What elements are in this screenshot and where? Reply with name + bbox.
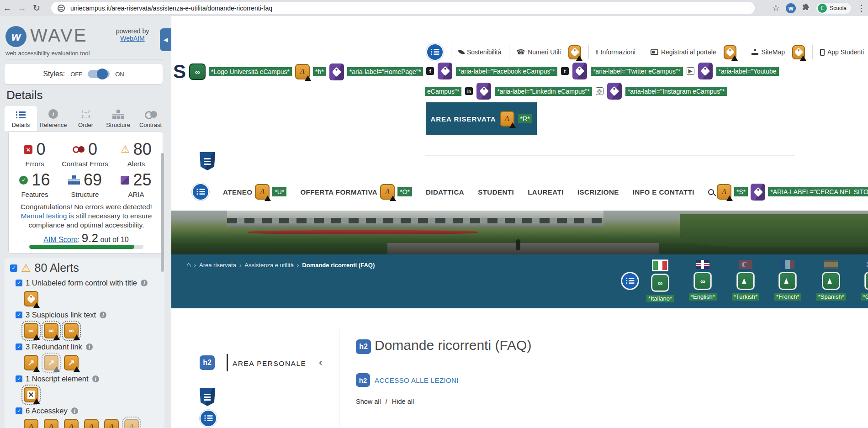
nav-item-laureati[interactable]: LAUREATI	[528, 188, 564, 196]
redundant-link-icon[interactable]: ↗	[24, 355, 38, 370]
collapse-menu-icon[interactable]: ‹	[319, 357, 322, 369]
breadcrumb-assistenza[interactable]: Assistenza e utilità	[244, 262, 294, 269]
link-alert-icon[interactable]: ∞	[44, 323, 58, 338]
accesskey-marker-icon[interactable]	[724, 45, 736, 59]
aria-label-icon[interactable]	[572, 63, 587, 79]
alerts-master-checkbox[interactable]: ✓	[10, 264, 17, 272]
nav-item-studenti[interactable]: STUDENTI	[478, 188, 514, 196]
accesskey-marker-icon[interactable]: A	[380, 184, 395, 200]
search-icon[interactable]	[708, 189, 714, 195]
instagram-icon[interactable]: ◎	[596, 87, 603, 95]
nav-item-info-e-contatti[interactable]: INFO E CONTATTI	[633, 188, 694, 196]
styles-toggle[interactable]	[88, 70, 110, 78]
area-personale-menu[interactable]: AREA PERSONALE	[233, 359, 306, 368]
accesskey-marker-icon[interactable]	[568, 45, 581, 59]
nav-link[interactable]: OFFERTA FORMATIVA	[300, 188, 377, 196]
back-icon[interactable]: ←	[0, 3, 15, 13]
linked-image-icon[interactable]: ∞	[189, 63, 206, 80]
accesskey-marker-icon[interactable]: A	[295, 64, 310, 79]
lang-french[interactable]: *French*	[774, 260, 801, 302]
lang-greek[interactable]: *Greek*	[861, 260, 868, 302]
info-icon[interactable]: i	[99, 311, 107, 319]
aria-label-icon[interactable]	[438, 63, 452, 79]
bookmark-star-icon[interactable]: ☆	[771, 3, 780, 13]
link-alert-icon[interactable]: ∞	[64, 323, 79, 338]
redundant-link-icon[interactable]: ↗	[44, 355, 58, 370]
url-text[interactable]: uniecampus.it/area-riservata/assistenza-…	[70, 5, 272, 12]
tab-reference[interactable]: i Reference	[37, 106, 69, 131]
info-icon[interactable]: i	[92, 375, 100, 383]
nav-link[interactable]: ATENEO	[223, 188, 252, 196]
alert-checkbox[interactable]: ✓	[16, 312, 22, 318]
lang-spanish[interactable]: *Spanish*	[816, 260, 846, 302]
aria-label-icon[interactable]	[698, 63, 713, 79]
accesskey-alert-icon[interactable]: A	[84, 419, 99, 428]
home-icon[interactable]: ⌂	[186, 261, 191, 269]
section-link-accesso[interactable]: ACCESSO ALLE LEZIONI	[375, 376, 459, 384]
aria-label-icon[interactable]	[476, 83, 491, 100]
area-riservata-button[interactable]: AREA RISERVATA A *R*	[426, 102, 537, 135]
nav-hamburger-icon[interactable]	[192, 183, 209, 201]
accesskey-marker-icon[interactable]: A	[255, 184, 270, 200]
toggle-knob[interactable]	[97, 69, 108, 79]
facebook-icon[interactable]: f	[426, 67, 434, 75]
info-icon[interactable]: i	[85, 343, 93, 351]
accesskey-marker-icon[interactable]: A	[500, 111, 514, 127]
utility-app-studenti[interactable]: App Studenti	[820, 48, 864, 56]
tab-contrast[interactable]: Contrast	[134, 106, 167, 131]
tab-structure[interactable]: Structure	[102, 106, 134, 131]
form-tag-alert-icon[interactable]	[24, 291, 38, 306]
twitter-icon[interactable]: t	[561, 67, 569, 75]
accesskey-alert-icon[interactable]: A	[24, 419, 38, 428]
breadcrumb-area-riservata[interactable]: Area riservata	[199, 262, 236, 269]
accesskey-marker-icon[interactable]	[792, 45, 805, 59]
logo-letter[interactable]: S	[173, 61, 186, 83]
nav-item-didattica[interactable]: DIDATTICA	[426, 188, 464, 196]
hamburger-menu-icon[interactable]	[426, 43, 444, 61]
collapse-panel-button[interactable]: ◀	[160, 28, 171, 51]
linkedin-icon[interactable]: in	[465, 87, 473, 95]
aim-score-link[interactable]: AIM Score	[43, 236, 78, 243]
youtube-icon[interactable]: ▶	[687, 67, 694, 75]
webaim-link[interactable]: WebAIM	[120, 35, 144, 42]
site-settings-icon[interactable]	[58, 5, 65, 12]
language-menu-icon[interactable]	[621, 272, 639, 290]
lang-italiano[interactable]: ∞ *Italiano*	[646, 260, 674, 302]
lang-turkish[interactable]: *Turkish*	[732, 260, 759, 302]
alert-checkbox[interactable]: ✓	[16, 343, 22, 350]
forward-icon[interactable]: →	[15, 3, 29, 13]
tab-order[interactable]: 1→23→4 Order	[69, 106, 102, 131]
info-icon[interactable]: i	[71, 407, 79, 415]
profile-chip[interactable]: E Scuola	[816, 2, 852, 14]
tab-details[interactable]: Details	[5, 106, 37, 131]
link-alert-icon[interactable]: ∞	[24, 323, 38, 338]
manual-testing-link[interactable]: Manual testing	[21, 212, 67, 220]
noscript-alert-icon[interactable]	[24, 387, 38, 402]
accesskey-alert-icon[interactable]: A	[124, 419, 139, 428]
alert-checkbox[interactable]: ✓	[16, 280, 22, 286]
alert-checkbox[interactable]: ✓	[16, 407, 22, 414]
show-all-link[interactable]: Show all	[356, 398, 381, 405]
nav-item-iscrizione[interactable]: ISCRIZIONE	[577, 188, 619, 196]
menu-list-icon[interactable]	[200, 410, 217, 427]
utility-sostenibilita[interactable]: Sostenibilità	[459, 48, 502, 56]
info-icon[interactable]: i	[140, 279, 148, 287]
wave-extension-icon[interactable]: w	[786, 3, 796, 13]
aria-label-icon[interactable]	[607, 83, 622, 100]
browser-menu-icon[interactable]: ⋮	[857, 3, 864, 13]
aria-label-icon[interactable]	[751, 184, 765, 201]
reload-icon[interactable]: ↻	[29, 3, 44, 13]
redundant-link-icon[interactable]: ↗	[64, 355, 79, 370]
alert-checkbox[interactable]: ✓	[16, 375, 22, 382]
utility-numeri-utili[interactable]: ☎Numeri Utili	[517, 48, 561, 56]
accesskey-alert-icon[interactable]: A	[44, 419, 58, 428]
accesskey-alert-icon[interactable]: A	[104, 419, 119, 428]
utility-informazioni[interactable]: iInformazioni	[596, 48, 635, 56]
lang-english[interactable]: ∞ *English*	[689, 260, 717, 302]
accesskey-alert-icon[interactable]: A	[64, 419, 79, 428]
utility-sitemap[interactable]: SiteMap	[752, 48, 785, 56]
address-bar[interactable]: uniecampus.it/area-riservata/assistenza-…	[51, 2, 755, 14]
aria-label-icon[interactable]	[329, 63, 344, 80]
panel-scrollbar-thumb[interactable]	[161, 153, 164, 272]
accesskey-marker-icon[interactable]: A	[717, 184, 731, 200]
